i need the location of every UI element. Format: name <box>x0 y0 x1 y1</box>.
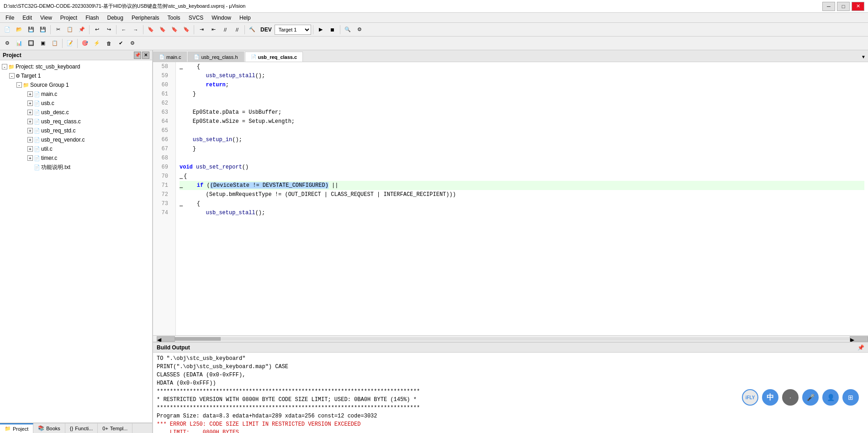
menu-debug[interactable]: Debug <box>104 14 127 22</box>
toolbar-undo[interactable]: ↩ <box>91 24 102 35</box>
main-layout: Project 📌 ✕ - 📁 Project: stc_usb_keyboar… <box>0 50 868 433</box>
h-scrollbar[interactable]: ◀ ▶ <box>153 335 868 342</box>
tree-item-readme[interactable]: 📄 功能说明.txt <box>2 163 150 172</box>
tab-usbreqclassc[interactable]: 📄 usb_req_class.c <box>245 52 303 62</box>
expand-usbdescc[interactable]: + <box>27 110 33 115</box>
build-output-pin[interactable]: 📌 <box>857 344 864 351</box>
toolbar-open[interactable]: 📂 <box>14 24 25 35</box>
toolbar-comment[interactable]: // <box>220 24 231 35</box>
tab-project[interactable]: 📁 Project <box>0 423 33 433</box>
menu-view[interactable]: View <box>37 14 56 22</box>
tab-mainc[interactable]: 📄 main.c <box>153 52 187 62</box>
scroll-thumb[interactable] <box>175 337 221 341</box>
tab-functions[interactable]: {} Functi... <box>65 423 98 433</box>
menu-tools[interactable]: Tools <box>164 14 184 22</box>
editor-tabs-more[interactable]: ▼ <box>859 52 868 62</box>
chinese-input-icon[interactable]: 中 <box>762 389 778 406</box>
toolbar-new[interactable]: 📄 <box>2 24 13 35</box>
tree-item-usbreqstdc[interactable]: + 📄 usb_req_std.c <box>2 126 150 135</box>
menu-help[interactable]: Help <box>236 14 254 22</box>
expand-utilc[interactable]: + <box>27 146 33 152</box>
toolbar-cut[interactable]: ✂ <box>53 24 64 35</box>
minimize-button[interactable]: ─ <box>822 2 835 11</box>
menu-svcs[interactable]: SVCS <box>185 14 207 22</box>
toolbar-bookmark[interactable]: 🔖 <box>145 24 156 35</box>
panel-close-button[interactable]: ✕ <box>142 52 149 59</box>
expand-usbreqclassc[interactable]: + <box>27 119 33 124</box>
toolbar2-btn5[interactable]: 📋 <box>49 38 60 49</box>
toolbar-debug-stop[interactable]: ⏹ <box>327 24 338 35</box>
expand-usbc[interactable]: + <box>27 100 33 106</box>
user-icon[interactable]: 👤 <box>822 389 839 406</box>
toolbar2-btn1[interactable]: ⚙ <box>2 38 13 49</box>
maximize-button[interactable]: □ <box>837 2 850 11</box>
code-editor[interactable]: 58 59 60 61 62 63 64 65 66 67 68 69 70 7… <box>153 62 868 335</box>
toolbar-search[interactable]: 🔍 <box>342 24 353 35</box>
tree-item-target[interactable]: - ⚙ Target 1 <box>2 71 150 80</box>
toolbar-debug-start[interactable]: ▶ <box>315 24 326 35</box>
toolbar-nav-back[interactable]: ← <box>118 24 129 35</box>
toolbar-build[interactable]: 🔨 <box>247 24 258 35</box>
toolbar2-flash[interactable]: ⚡ <box>91 38 102 49</box>
tree-item-usbreqvendorc[interactable]: + 📄 usb_req_vendor.c <box>2 135 150 144</box>
scroll-left-btn[interactable]: ◀ <box>157 336 175 342</box>
toolbar-settings[interactable]: ⚙ <box>354 24 365 35</box>
panel-pin-button[interactable]: 📌 <box>134 52 141 59</box>
toolbar-unindent[interactable]: ⇤ <box>208 24 219 35</box>
close-button[interactable]: ✕ <box>852 2 864 11</box>
expand-usbreqvendorc[interactable]: + <box>27 137 33 143</box>
toolbar-redo[interactable]: ↪ <box>103 24 114 35</box>
window-title: D:\stc\STC32G-DEMO-CODE-20230309\71-基于HI… <box>4 3 822 10</box>
toolbar2-verify[interactable]: ✔ <box>115 38 126 49</box>
toolbar2-erase[interactable]: 🗑 <box>103 38 114 49</box>
menu-peripherals[interactable]: Peripherals <box>128 14 163 22</box>
toolbar2-btn2[interactable]: 📊 <box>14 38 25 49</box>
expand-project[interactable]: - <box>2 64 7 69</box>
toolbar-bookmark4[interactable]: 🔖 <box>181 24 192 35</box>
menu-file[interactable]: File <box>2 14 18 22</box>
toolbar-paste[interactable]: 📌 <box>76 24 87 35</box>
microphone-icon[interactable]: 🎤 <box>802 389 819 406</box>
ifly-icon[interactable]: iFLY <box>742 389 758 406</box>
tab-templates[interactable]: 0+ Templ... <box>98 423 132 433</box>
code-content[interactable]: ⎯ { usb_setup_stall(); return; } <box>176 62 868 335</box>
toolbar-saveall[interactable]: 💾 <box>37 24 48 35</box>
toolbar-uncomment[interactable]: // <box>232 24 243 35</box>
tsep2 <box>77 39 78 48</box>
tree-item-project[interactable]: - 📁 Project: stc_usb_keyboard <box>2 62 150 71</box>
toolbar-save[interactable]: 💾 <box>26 24 37 35</box>
expand-sourcegroup[interactable]: - <box>16 82 22 88</box>
menu-window[interactable]: Window <box>208 14 235 22</box>
tab-usbreqclassh[interactable]: 📄 usb_req_class.h <box>188 52 243 62</box>
toolbar-nav-fwd[interactable]: → <box>130 24 141 35</box>
expand-mainc[interactable]: + <box>27 91 33 97</box>
grid-icon[interactable]: ⊞ <box>842 389 859 406</box>
toolbar2-target[interactable]: 🎯 <box>79 38 90 49</box>
toolbar-bookmark2[interactable]: 🔖 <box>157 24 168 35</box>
tree-item-usbreqclassc[interactable]: + 📄 usb_req_class.c <box>2 117 150 126</box>
toolbar-indent[interactable]: ⇥ <box>196 24 207 35</box>
tree-item-mainc[interactable]: + 📄 main.c <box>2 90 150 99</box>
toolbar2-btn4[interactable]: ▣ <box>37 38 48 49</box>
target-dropdown[interactable]: Target 1 <box>275 25 311 35</box>
tree-item-usbdescc[interactable]: + 📄 usb_desc.c <box>2 108 150 117</box>
expand-target[interactable]: - <box>9 73 15 79</box>
tree-item-usbc[interactable]: + 📄 usb.c <box>2 99 150 108</box>
tree-item-sourcegroup[interactable]: - 📁 Source Group 1 <box>2 80 150 90</box>
toolbar-copy[interactable]: 📋 <box>64 24 75 35</box>
toolbar2-options[interactable]: ⚙ <box>127 38 138 49</box>
tab-books[interactable]: 📚 Books <box>33 423 65 433</box>
expand-usbreqstdc[interactable]: + <box>27 128 33 133</box>
ln-58: 58 <box>157 62 172 71</box>
toolbar2-btn3[interactable]: 🔲 <box>26 38 37 49</box>
menu-flash[interactable]: Flash <box>82 14 102 22</box>
scroll-right-btn[interactable]: ▶ <box>850 336 868 342</box>
menu-project[interactable]: Project <box>57 14 81 22</box>
menu-edit[interactable]: Edit <box>19 14 36 22</box>
expand-timerc[interactable]: + <box>27 155 33 161</box>
toolbar-bookmark3[interactable]: 🔖 <box>169 24 180 35</box>
tree-item-utilc[interactable]: + 📄 util.c <box>2 144 150 153</box>
dot-icon[interactable]: · <box>782 389 799 406</box>
toolbar2-btn6[interactable]: 📝 <box>64 38 75 49</box>
tree-item-timerc[interactable]: + 📄 timer.c <box>2 153 150 163</box>
